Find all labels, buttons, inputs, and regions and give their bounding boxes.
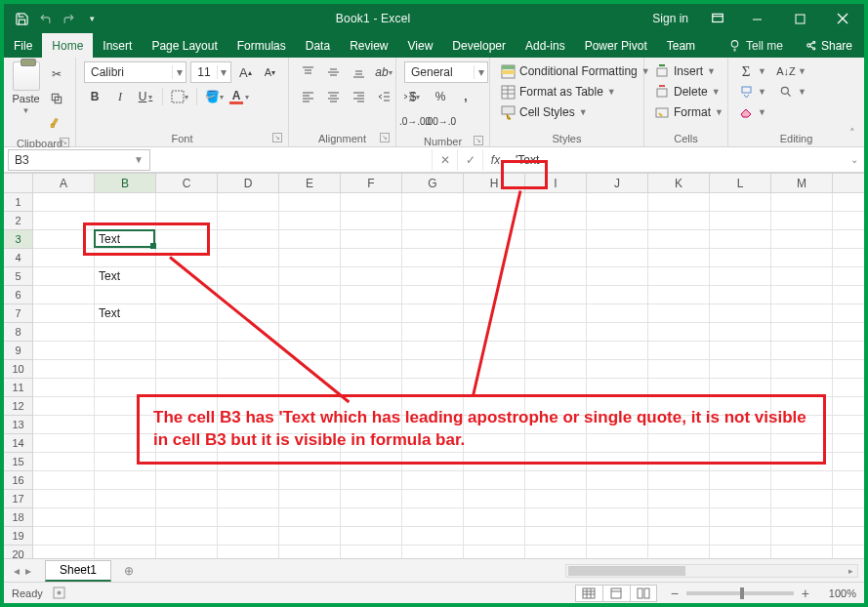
- cell[interactable]: [95, 249, 156, 266]
- cell[interactable]: [648, 323, 710, 341]
- cell[interactable]: [33, 342, 95, 359]
- tab-view[interactable]: View: [398, 33, 443, 58]
- cell[interactable]: [648, 471, 710, 489]
- cell[interactable]: [464, 249, 525, 266]
- cell[interactable]: [156, 304, 218, 322]
- cell[interactable]: [710, 249, 771, 266]
- redo-icon[interactable]: [61, 11, 76, 26]
- formula-input[interactable]: 'Text: [508, 149, 843, 171]
- align-middle-button[interactable]: [322, 61, 344, 83]
- select-all-corner[interactable]: [4, 174, 33, 193]
- cell[interactable]: [95, 490, 156, 507]
- row-header[interactable]: 10: [4, 360, 32, 379]
- format-painter-button[interactable]: [46, 112, 67, 134]
- row-header[interactable]: 18: [4, 508, 32, 527]
- cell[interactable]: [218, 508, 279, 526]
- grid-cells[interactable]: TextTextText: [33, 193, 864, 558]
- column-header[interactable]: B: [95, 174, 156, 192]
- cell[interactable]: [771, 323, 833, 341]
- column-header[interactable]: D: [218, 174, 279, 192]
- decrease-decimal-button[interactable]: .00→.0: [430, 110, 451, 132]
- ribbon-display-options-icon[interactable]: [700, 12, 735, 25]
- column-header[interactable]: G: [402, 174, 464, 192]
- cell[interactable]: [95, 546, 156, 558]
- find-select-button[interactable]: ▼: [776, 82, 808, 101]
- cell[interactable]: [587, 286, 648, 304]
- column-header[interactable]: I: [525, 174, 587, 192]
- cell[interactable]: [279, 249, 341, 266]
- cell[interactable]: [218, 527, 279, 545]
- cell[interactable]: Text: [95, 304, 156, 322]
- cell[interactable]: [464, 360, 525, 378]
- cell[interactable]: [33, 416, 95, 433]
- cell[interactable]: [464, 527, 525, 545]
- cell[interactable]: [33, 434, 95, 452]
- tab-formulas[interactable]: Formulas: [227, 33, 296, 58]
- cell[interactable]: [279, 230, 341, 248]
- cell[interactable]: [279, 490, 341, 507]
- cell[interactable]: [587, 360, 648, 378]
- save-icon[interactable]: [14, 11, 29, 26]
- cell[interactable]: [218, 546, 279, 558]
- cell[interactable]: [156, 546, 218, 558]
- cell[interactable]: [464, 546, 525, 558]
- conditional-formatting-button[interactable]: Conditional Formatting▼: [498, 61, 652, 81]
- cell[interactable]: [95, 212, 156, 229]
- cell[interactable]: [218, 230, 279, 248]
- cell[interactable]: [341, 304, 402, 322]
- fill-handle-button[interactable]: ▼: [736, 82, 768, 101]
- cell[interactable]: [341, 230, 402, 248]
- cell[interactable]: [402, 193, 464, 211]
- column-header[interactable]: E: [279, 174, 341, 192]
- cell[interactable]: [402, 471, 464, 489]
- cell[interactable]: [587, 490, 648, 507]
- minimize-button[interactable]: [735, 4, 778, 33]
- cell[interactable]: [710, 527, 771, 545]
- share-button[interactable]: Share: [793, 33, 864, 58]
- font-color-button[interactable]: A▾: [228, 86, 250, 107]
- cell[interactable]: Text: [95, 230, 156, 248]
- cell[interactable]: [33, 267, 95, 285]
- cell[interactable]: [341, 342, 402, 359]
- cell-styles-button[interactable]: Cell Styles▼: [498, 102, 590, 122]
- cell[interactable]: [33, 397, 95, 415]
- cell[interactable]: [771, 267, 833, 285]
- align-right-button[interactable]: [348, 86, 369, 107]
- cell[interactable]: [648, 360, 710, 378]
- cell[interactable]: [771, 508, 833, 526]
- cell[interactable]: [587, 508, 648, 526]
- cell[interactable]: [156, 193, 218, 211]
- cell[interactable]: [525, 360, 587, 378]
- tell-me-search[interactable]: Tell me: [719, 33, 793, 58]
- zoom-out-button[interactable]: −: [671, 586, 679, 601]
- row-header[interactable]: 1: [4, 193, 32, 212]
- cell[interactable]: [33, 490, 95, 507]
- align-bottom-button[interactable]: [348, 61, 369, 83]
- insert-cells-button[interactable]: Insert▼: [652, 61, 718, 81]
- cell[interactable]: [710, 490, 771, 507]
- cell[interactable]: [279, 267, 341, 285]
- cell[interactable]: [525, 212, 587, 229]
- cell[interactable]: [771, 230, 833, 248]
- cell[interactable]: [771, 527, 833, 545]
- copy-button[interactable]: [46, 88, 67, 109]
- cell[interactable]: [464, 508, 525, 526]
- cut-button[interactable]: ✂: [46, 63, 67, 85]
- cell[interactable]: [279, 546, 341, 558]
- cell[interactable]: [648, 342, 710, 359]
- cell[interactable]: [771, 546, 833, 558]
- cell[interactable]: [33, 508, 95, 526]
- cell[interactable]: [648, 212, 710, 229]
- column-header[interactable]: A: [33, 174, 95, 192]
- cell[interactable]: [279, 304, 341, 322]
- sign-in-link[interactable]: Sign in: [641, 12, 700, 25]
- row-header[interactable]: 17: [4, 490, 32, 508]
- cell[interactable]: [33, 527, 95, 545]
- row-header[interactable]: 5: [4, 267, 32, 286]
- collapse-ribbon-icon[interactable]: ˄: [845, 127, 860, 142]
- sort-filter-button[interactable]: A↓Z▼: [776, 61, 808, 81]
- zoom-slider[interactable]: [686, 591, 794, 595]
- cell[interactable]: [525, 527, 587, 545]
- cell[interactable]: [402, 230, 464, 248]
- tab-home[interactable]: Home: [42, 33, 93, 58]
